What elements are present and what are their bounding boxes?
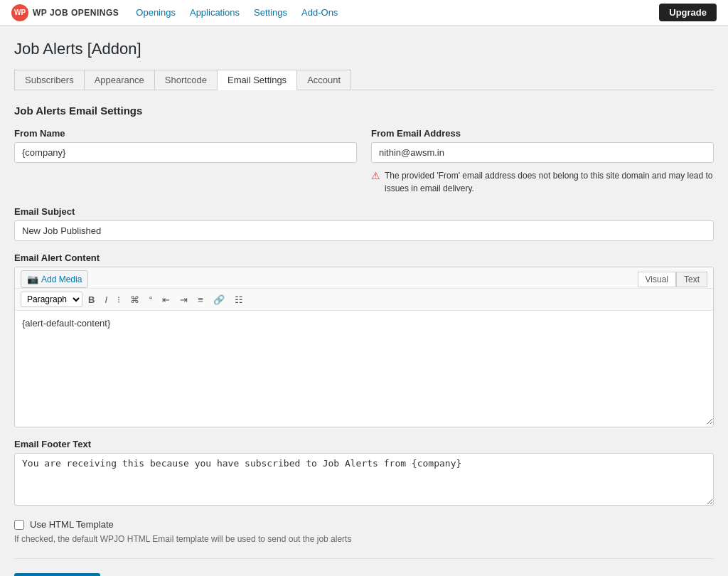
save-button[interactable]: Save Changes <box>14 573 100 576</box>
italic-button[interactable]: I <box>100 292 112 307</box>
blockquote-button[interactable]: “ <box>145 292 156 307</box>
add-media-label: Add Media <box>41 274 82 284</box>
page-title: Job Alerts [Addon] <box>14 40 714 58</box>
add-media-button[interactable]: 📷 Add Media <box>21 270 88 288</box>
align-left-button[interactable]: ⇤ <box>158 292 174 307</box>
email-footer-label: Email Footer Text <box>14 439 714 449</box>
email-subject-label: Email Subject <box>14 206 714 217</box>
align-center-button[interactable]: ⇥ <box>176 292 192 307</box>
use-html-help: If checked, the default WPJO HTML Email … <box>14 534 714 544</box>
nav-applications[interactable]: Applications <box>190 7 240 18</box>
from-email-group: From Email Address ⚠ The provided 'From'… <box>371 128 714 195</box>
upgrade-button[interactable]: Upgrade <box>659 4 717 21</box>
tab-subscribers[interactable]: Subscribers <box>14 70 85 90</box>
visual-text-tabs: Visual Text <box>638 272 707 287</box>
from-email-input[interactable] <box>371 142 714 163</box>
email-content-group: Email Alert Content 📷 Add Media Visual T… <box>14 252 714 427</box>
top-nav: WP WP JOB OPENINGS Openings Applications… <box>0 0 728 26</box>
editor-toolbar-top: 📷 Add Media Visual Text <box>15 267 713 289</box>
tab-text[interactable]: Text <box>676 272 707 287</box>
use-html-row: Use HTML Template <box>14 519 714 530</box>
nav-addons[interactable]: Add-Ons <box>301 7 338 18</box>
email-content-label: Email Alert Content <box>14 252 714 263</box>
page-wrapper: Job Alerts [Addon] Subscribers Appearanc… <box>0 26 728 576</box>
nav-links: Openings Applications Settings Add-Ons <box>136 7 659 18</box>
email-warning: ⚠ The provided 'From' email address does… <box>371 169 714 195</box>
nav-openings[interactable]: Openings <box>136 7 176 18</box>
from-name-label: From Name <box>14 128 357 139</box>
bold-button[interactable]: B <box>84 292 99 307</box>
editor-toolbar: Paragraph B I ⁝ ⌘ “ ⇤ ⇥ ≡ 🔗 ☷ <box>15 289 713 311</box>
from-name-group: From Name <box>14 128 357 195</box>
paragraph-select[interactable]: Paragraph <box>21 292 82 307</box>
from-email-label: From Email Address <box>371 128 714 139</box>
align-right-button[interactable]: ≡ <box>193 292 208 307</box>
table-button[interactable]: ☷ <box>230 292 247 307</box>
tab-appearance[interactable]: Appearance <box>84 70 155 90</box>
tab-account[interactable]: Account <box>296 70 351 90</box>
tab-visual[interactable]: Visual <box>638 272 676 287</box>
from-name-input[interactable] <box>14 142 357 163</box>
tab-shortcode[interactable]: Shortcode <box>154 70 218 90</box>
email-subject-input[interactable] <box>14 220 714 241</box>
email-footer-textarea[interactable] <box>14 453 714 506</box>
logo: WP WP JOB OPENINGS <box>11 4 119 21</box>
media-icon: 📷 <box>27 274 38 284</box>
divider <box>14 558 714 559</box>
nav-settings[interactable]: Settings <box>254 7 287 18</box>
ol-button[interactable]: ⌘ <box>126 292 144 307</box>
email-subject-group: Email Subject <box>14 206 714 241</box>
link-button[interactable]: 🔗 <box>209 292 229 307</box>
editor-container: 📷 Add Media Visual Text Paragraph B I ⁝ … <box>14 267 714 427</box>
tab-email-settings[interactable]: Email Settings <box>217 70 297 90</box>
warning-icon: ⚠ <box>371 170 380 181</box>
ul-button[interactable]: ⁝ <box>113 292 124 307</box>
email-footer-group: Email Footer Text <box>14 439 714 508</box>
logo-icon: WP <box>11 4 28 21</box>
use-html-checkbox[interactable] <box>14 520 24 530</box>
tabs: Subscribers Appearance Shortcode Email S… <box>14 70 714 90</box>
use-html-label[interactable]: Use HTML Template <box>30 519 114 530</box>
from-row: From Name From Email Address ⚠ The provi… <box>14 128 714 195</box>
editor-content-area[interactable] <box>15 311 713 425</box>
section-title: Job Alerts Email Settings <box>14 105 714 117</box>
logo-text: WP JOB OPENINGS <box>33 8 119 18</box>
warning-message: The provided 'From' email address does n… <box>385 169 714 195</box>
